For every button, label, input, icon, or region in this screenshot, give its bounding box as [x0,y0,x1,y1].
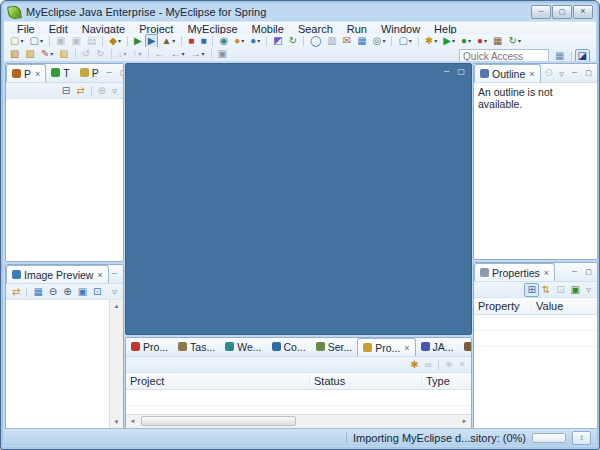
open-browser-button[interactable]: ◯ [307,34,324,47]
vertical-scrollbar[interactable] [109,300,123,428]
minimize-panel-button[interactable] [569,68,580,78]
collapse-all-button[interactable]: ⊟ [59,84,73,98]
new-web-browser-button[interactable]: ▢ [395,34,414,47]
zoom-in-button[interactable]: ⊕ [60,285,74,299]
menu-item-help[interactable]: Help [427,23,464,35]
window-minimize-button[interactable] [531,5,551,19]
run-button[interactable]: ▶ [440,34,458,47]
menu-item-edit[interactable]: Edit [42,23,75,35]
web-service-button[interactable]: ◉ [216,34,231,47]
blue-cube-button[interactable]: ■ [197,34,209,47]
tab-servers[interactable]: Ser... [311,338,358,355]
tab-properties[interactable]: Properties [474,263,555,281]
debug-server-button[interactable]: ▶ [145,34,159,47]
profile-button[interactable]: ◩ [270,34,285,47]
pin-editor-button[interactable]: ▣ [215,47,230,60]
report-design-button[interactable]: ▥ [324,34,339,47]
debug-history-button[interactable]: ● [474,34,490,47]
sort-properties-button[interactable]: ⇅ [539,283,553,297]
show-progress-view-button[interactable] [572,431,591,445]
maximize-panel-button[interactable] [583,68,594,78]
menu-item-window[interactable]: Window [374,23,427,35]
tab-web-browser[interactable]: We... [220,338,266,355]
tab-package-explorer[interactable]: P [6,64,46,82]
forward-button[interactable]: → [188,47,208,60]
fit-to-window-button[interactable]: ▣ [75,285,90,299]
column-header-value[interactable]: Value [532,300,597,312]
zoom-out-button[interactable]: ⊖ [46,285,60,299]
synchronize-button[interactable]: ↻ [286,34,300,47]
close-tab-icon[interactable] [35,69,40,79]
close-tab-icon[interactable] [529,69,534,79]
run-history-button[interactable]: ● [458,34,474,47]
column-header-project[interactable]: Project [126,375,310,387]
back-button[interactable]: ← [168,47,188,60]
last-edit-location-button[interactable]: ← [152,47,168,60]
run-as-button[interactable]: ● [231,34,247,47]
scroll-right-icon[interactable] [458,415,471,427]
minimize-panel-button[interactable] [109,269,120,279]
show-image-button[interactable]: ▦ [30,285,45,299]
view-menu-icon[interactable] [109,288,120,295]
tab-problems[interactable]: Pro... [126,338,173,355]
menu-item-mobile[interactable]: Mobile [245,23,291,35]
menu-item-file[interactable]: File [10,23,42,35]
pin-view-button[interactable]: ▣ [568,283,583,297]
minimize-panel-button[interactable] [104,68,115,78]
window-maximize-button[interactable] [552,5,572,19]
red-cube-button[interactable]: ■ [185,34,197,47]
refresh-button[interactable]: ↻ [506,34,524,47]
new-java-element-button[interactable]: ▢ [26,34,45,47]
close-tab-icon[interactable] [544,268,549,278]
send-mail-button[interactable]: ✉ [340,34,354,47]
tab-console[interactable]: Co... [267,338,311,355]
minimize-editor-button[interactable] [444,67,450,76]
tab-jax-ws[interactable]: JA... [416,338,459,355]
view-menu-icon[interactable] [583,286,594,293]
debug-as-button[interactable]: ● [247,34,263,47]
column-header-status[interactable]: Status [310,375,422,387]
menu-item-run[interactable]: Run [340,23,374,35]
open-type-button[interactable]: ▧ [7,47,22,60]
tab-outline[interactable]: Outline [474,64,541,82]
run-server-button[interactable]: ▶ [131,34,145,47]
close-tab-icon[interactable] [97,270,102,280]
view-menu-icon[interactable] [556,70,567,77]
annotate-button[interactable]: ✎ [38,47,56,60]
link-with-editor-button[interactable]: ⇄ [73,84,87,98]
minimize-panel-button[interactable] [569,267,580,277]
new-wizard-button[interactable]: ▢ [7,34,26,47]
show-categories-button[interactable]: ⊞ [524,283,538,297]
tab-jpa[interactable]: JP... [459,338,472,355]
snapshot-button[interactable]: ◎ [370,34,389,47]
scroll-down-icon[interactable] [110,416,123,428]
scroll-left-icon[interactable] [126,415,139,427]
menu-item-project[interactable]: Project [132,23,180,35]
coverage-button[interactable]: ▦ [490,34,505,47]
menu-item-myeclipse[interactable]: MyEclipse [180,23,244,35]
customize-view-button[interactable]: ✱ [407,358,421,372]
close-tab-icon[interactable] [404,343,409,353]
open-resource-button[interactable]: ▧ [22,47,37,60]
maximize-panel-button[interactable] [118,68,124,78]
tab-project-explorer[interactable]: P [75,64,104,81]
external-tools-button[interactable]: ✱ [422,34,440,47]
column-header-type[interactable]: Type [422,375,471,387]
tab-type-hierarchy[interactable]: T [46,64,74,81]
deploy-button[interactable]: ◆ [106,34,124,47]
original-size-button[interactable]: ⊡ [90,285,104,299]
tab-projects[interactable]: Pro... [357,338,415,356]
tab-tasks[interactable]: Tas... [173,338,220,355]
image-editor-button[interactable]: ▦ [354,34,369,47]
horizontal-scrollbar[interactable] [126,414,471,428]
maximize-editor-button[interactable] [457,67,465,76]
open-task-button[interactable]: ▧ [56,47,71,60]
scrollbar-thumb[interactable] [141,416,296,426]
view-menu-icon[interactable] [109,87,120,94]
maximize-panel-button[interactable] [583,267,594,277]
tab-image-preview[interactable]: Image Preview [6,265,109,283]
menu-item-navigate[interactable]: Navigate [75,23,132,35]
column-header-property[interactable]: Property [474,300,532,312]
build-project-button[interactable]: ▲ [158,34,178,47]
maximize-panel-button[interactable] [123,269,124,279]
